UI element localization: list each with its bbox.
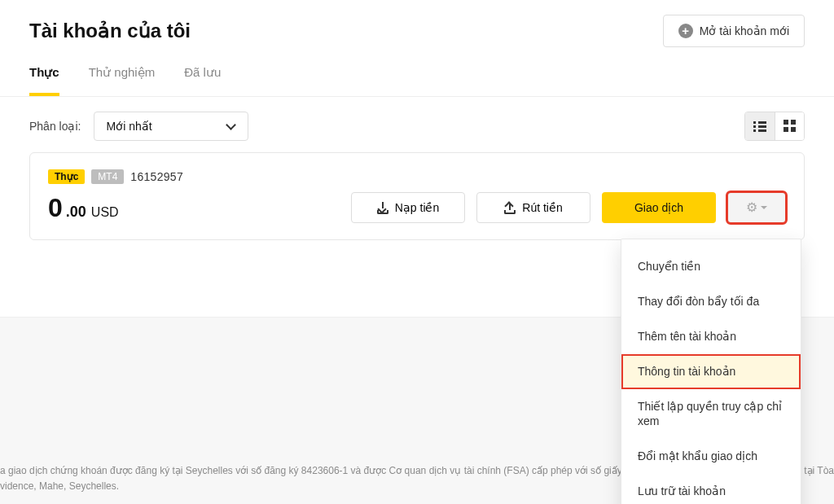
- account-id: 16152957: [130, 170, 183, 183]
- footer-line1: a giao dịch chứng khoán được đăng ký tại…: [0, 465, 682, 476]
- download-icon: [377, 202, 388, 213]
- menu-transfer[interactable]: Chuyển tiền: [621, 249, 801, 284]
- gear-icon: ⚙: [746, 201, 757, 214]
- account-balance: 0.00 USD: [48, 195, 119, 221]
- account-type-badge: Thực: [48, 169, 85, 184]
- open-account-label: Mở tài khoản mới: [700, 24, 789, 37]
- sort-value: Mới nhất: [106, 120, 151, 133]
- menu-account-info[interactable]: Thông tin tài khoản: [621, 354, 801, 389]
- grid-icon: [784, 120, 797, 133]
- account-card: Thực MT4 16152957 0.00 USD Nạp tiền Rút …: [29, 152, 805, 240]
- account-tabs: Thực Thử nghiệm Đã lưu: [0, 47, 834, 97]
- chevron-down-icon: [226, 121, 236, 131]
- plus-circle-icon: [678, 24, 693, 38]
- view-list-button[interactable]: [745, 112, 775, 140]
- menu-archive[interactable]: Lưu trữ tài khoản: [621, 474, 801, 504]
- balance-currency: USD: [91, 205, 119, 220]
- sort-label: Phân loại:: [29, 120, 81, 133]
- menu-readonly-access[interactable]: Thiết lập quyền truy cập chỉ xem: [621, 389, 801, 440]
- menu-change-password[interactable]: Đổi mật khẩu giao dịch: [621, 439, 801, 474]
- menu-add-name[interactable]: Thêm tên tài khoản: [621, 319, 801, 354]
- tab-archived[interactable]: Đã lưu: [184, 65, 221, 96]
- trade-label: Giao dịch: [634, 201, 683, 214]
- balance-integer: 0: [48, 195, 63, 221]
- account-settings-button[interactable]: ⚙: [727, 192, 786, 223]
- view-toggle: [744, 112, 805, 141]
- tab-demo[interactable]: Thử nghiệm: [89, 65, 156, 96]
- tab-real[interactable]: Thực: [29, 65, 59, 96]
- view-grid-button[interactable]: [775, 112, 804, 140]
- deposit-button[interactable]: Nạp tiền: [351, 192, 465, 223]
- withdraw-label: Rút tiền: [522, 201, 562, 214]
- account-platform-badge: MT4: [91, 169, 124, 184]
- list-icon: [753, 120, 766, 133]
- account-settings-menu: Chuyển tiền Thay đổi đòn bẩy tối đa Thêm…: [621, 239, 801, 504]
- page-title: Tài khoản của tôi: [29, 20, 191, 42]
- open-account-button[interactable]: Mở tài khoản mới: [663, 15, 805, 47]
- caret-down-icon: [761, 206, 767, 209]
- balance-decimal: .00: [66, 204, 86, 221]
- deposit-label: Nạp tiền: [395, 201, 440, 214]
- upload-icon: [504, 202, 516, 213]
- sort-select[interactable]: Mới nhất: [94, 112, 248, 141]
- withdraw-button[interactable]: Rút tiền: [476, 192, 590, 223]
- menu-change-leverage[interactable]: Thay đổi đòn bẩy tối đa: [621, 284, 801, 319]
- trade-button[interactable]: Giao dịch: [602, 192, 716, 223]
